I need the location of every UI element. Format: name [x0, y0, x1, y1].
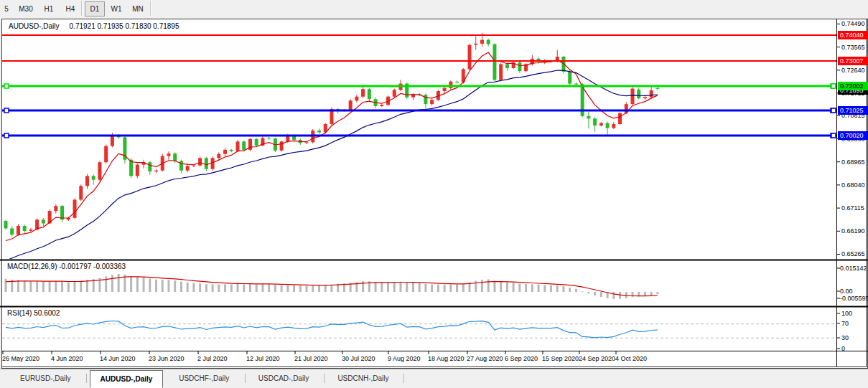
chart-tab-bar: EURUSD-,DailyAUDUSD-,DailyUSDCHF-,DailyU…	[0, 369, 868, 388]
date-axis-label: 4 Jun 2020	[51, 355, 83, 362]
moving-averages	[6, 52, 658, 260]
price-axis-tick: 0.73565	[841, 44, 865, 51]
date-axis-label: 23 Jun 2020	[149, 355, 185, 362]
chart-tab-usdcnh[interactable]: USDCNH-,Daily	[327, 371, 398, 386]
price-badge-0.72002: 0.72002	[838, 82, 868, 90]
rsi-value: 50.6002	[34, 309, 60, 317]
price-axis-tick: 0.68965	[841, 158, 865, 166]
mt4-window: { "toolbar": { "timeframes": [ {"label":…	[0, 0, 868, 388]
price-axis-tick: 0.74490	[841, 20, 865, 27]
macd-indicator	[5, 274, 659, 299]
price-axis-tick: 0.72640	[841, 67, 865, 74]
date-axis-label: 26 May 2020	[2, 355, 39, 362]
horizontal-price-lines[interactable]	[2, 35, 836, 138]
price-axis-tick: 0.68040	[841, 181, 865, 189]
price-axis-tick: 0.65265	[841, 250, 865, 257]
timeframe-button-mn[interactable]: MN	[128, 1, 148, 16]
date-axis-label: 18 Aug 2020	[428, 355, 465, 362]
macd-label: MACD(12,26,9) -0.001797 -0.003363	[7, 262, 126, 270]
timeframe-button-w1[interactable]: W1	[106, 1, 126, 16]
macd-axis-tick: 0.015142	[840, 265, 867, 272]
toolbar-separator	[81, 1, 83, 16]
tab-separator	[403, 374, 404, 383]
rsi-axis-tick: 100	[841, 310, 852, 317]
macd-value-signal: -0.003363	[93, 262, 126, 270]
date-axis-label: 14 Jun 2020	[100, 355, 136, 362]
chart-tab-eurusd[interactable]: EURUSD-,Daily	[10, 371, 81, 386]
date-axis-label: 21 Jul 2020	[294, 355, 328, 362]
rsi-axis-tick: 30	[841, 334, 849, 341]
toolbar-separator	[150, 1, 151, 16]
price-axis-tick: 0.66190	[841, 227, 865, 235]
tab-separator	[86, 374, 87, 383]
date-axis-label: 2 Jul 2020	[197, 355, 228, 362]
date-axis-label: 24 Sep 2020	[579, 355, 615, 362]
tab-separator	[324, 374, 325, 383]
timeframe-button-h1[interactable]: H1	[39, 1, 59, 16]
timeframe-button-d1[interactable]: D1	[85, 1, 105, 16]
macd-axis-tick: -0.005595	[840, 295, 868, 302]
macd-value-main: -0.001797	[59, 262, 91, 270]
chart-tab-usdcad[interactable]: USDCAD-,Daily	[248, 371, 319, 386]
rsi-axis-tick: 70	[841, 320, 849, 327]
chart-title: AUDUSD-,Daily0.71921 0.71935 0.71830 0.7…	[9, 22, 179, 30]
date-axis-label: 30 Jul 2020	[342, 355, 375, 362]
axis-ticks	[3, 24, 840, 354]
date-axis-label: 12 Jul 2020	[246, 355, 280, 362]
pane-frame	[0, 19, 868, 367]
price-badge-0.70020: 0.70020	[838, 131, 868, 140]
chart-canvas[interactable]	[0, 0, 868, 388]
date-axis-label: 27 Aug 2020	[467, 355, 503, 362]
chart-tab-usdchf[interactable]: USDCHF-,Daily	[169, 371, 239, 386]
price-badge-0.71025: 0.71025	[838, 106, 868, 115]
timeframe-button-5[interactable]: 5	[0, 1, 13, 16]
price-badge-0.74040: 0.74040	[838, 31, 868, 39]
chart-tab-audusd[interactable]: AUDUSD-,Daily	[90, 370, 164, 388]
date-axis-label: 15 Sep 2020	[542, 355, 579, 362]
price-axis-tick: 0.67115	[841, 204, 864, 212]
chart-symbol: AUDUSD-,Daily	[9, 22, 60, 30]
tab-separator	[245, 374, 246, 383]
rsi-indicator	[2, 321, 836, 339]
rsi-label: RSI(14) 50.6002	[7, 309, 60, 317]
date-axis-label: 9 Aug 2020	[388, 355, 421, 362]
date-axis-label: 4 Oct 2020	[615, 355, 647, 362]
timeframe-button-m30[interactable]: M30	[14, 1, 37, 16]
price-badge-0.73007: 0.73007	[838, 57, 868, 65]
date-axis-label: 6 Sep 2020	[505, 355, 538, 362]
macd-axis-tick: 0.00	[840, 288, 853, 295]
chart-ohlc-values: 0.71921 0.71935 0.71830 0.71895	[70, 22, 179, 30]
timeframe-button-h4[interactable]: H4	[60, 1, 80, 16]
rsi-axis-tick: 0	[841, 345, 845, 352]
timeframe-toolbar: 5M30H1H4D1W1MN	[0, 0, 868, 18]
